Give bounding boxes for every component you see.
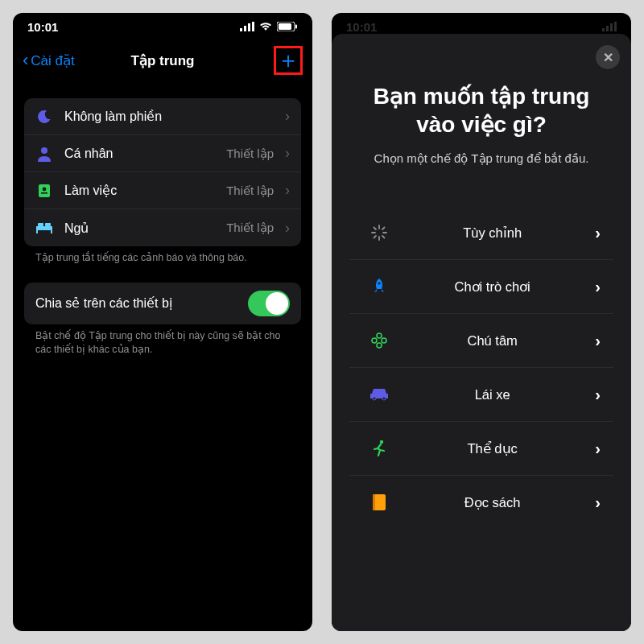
- phone-right-focus-picker: 10:01 ✕ Bạn muốn tập trung vào việc gì? …: [332, 13, 631, 631]
- car-icon: [369, 384, 390, 405]
- svg-line-25: [382, 236, 385, 238]
- svg-point-32: [382, 338, 386, 343]
- svg-rect-16: [602, 28, 605, 31]
- option-label: Lái xe: [422, 387, 563, 402]
- svg-rect-15: [45, 223, 51, 226]
- back-button[interactable]: ‹ Cài đặt: [23, 52, 75, 69]
- chevron-right-icon: ›: [285, 108, 290, 125]
- svg-rect-14: [38, 223, 43, 226]
- option-gaming[interactable]: Chơi trò chơi ›: [349, 260, 613, 314]
- row-label: Ngủ: [64, 221, 215, 236]
- moon-icon: [35, 108, 53, 126]
- svg-point-29: [377, 333, 382, 338]
- svg-rect-10: [41, 192, 47, 194]
- svg-rect-13: [51, 230, 52, 233]
- chevron-right-icon: ›: [285, 182, 290, 199]
- svg-line-27: [374, 236, 377, 238]
- row-label: Chia sẻ trên các thiết bị: [35, 295, 237, 311]
- chevron-right-icon: ›: [595, 440, 601, 458]
- row-detail: Thiết lập: [226, 147, 274, 161]
- chevron-right-icon: ›: [595, 386, 601, 404]
- focus-footnote: Tập trung tắt tiếng các cảnh báo và thôn…: [24, 246, 301, 265]
- close-button[interactable]: ✕: [596, 45, 620, 69]
- option-fitness[interactable]: Thể dục ›: [349, 422, 613, 476]
- option-mindfulness[interactable]: Chú tâm ›: [349, 314, 613, 368]
- svg-rect-6: [295, 25, 297, 29]
- option-custom[interactable]: Tùy chỉnh ›: [349, 206, 613, 260]
- share-toggle-on[interactable]: [248, 291, 290, 316]
- statusbar: 10:01: [13, 13, 312, 40]
- share-group: Chia sẻ trên các thiết bị: [24, 283, 301, 324]
- share-footnote: Bật chế độ Tập trung cho thiết bị này cũ…: [24, 324, 301, 357]
- chevron-right-icon: ›: [595, 278, 601, 296]
- option-label: Tùy chỉnh: [422, 225, 563, 241]
- svg-point-9: [43, 187, 47, 191]
- chevron-right-icon: ›: [595, 332, 601, 350]
- status-time: 10:01: [346, 20, 377, 34]
- flower-icon: [369, 330, 390, 351]
- option-label: Đọc sách: [422, 495, 563, 510]
- svg-line-26: [382, 228, 385, 230]
- svg-rect-37: [373, 494, 375, 510]
- sparkle-icon: [369, 222, 390, 243]
- chevron-right-icon: ›: [285, 145, 290, 162]
- signal-icon: [602, 22, 617, 31]
- row-detail: Thiết lập: [226, 184, 274, 198]
- row-detail: Thiết lập: [226, 221, 274, 235]
- badge-icon: [35, 182, 53, 200]
- chevron-right-icon: ›: [595, 493, 601, 512]
- svg-rect-12: [36, 230, 38, 233]
- book-icon: [369, 492, 390, 513]
- person-icon: [35, 145, 53, 163]
- battery-icon: [277, 22, 298, 31]
- focus-row-work[interactable]: Làm việc Thiết lập ›: [24, 172, 301, 209]
- status-icons: [240, 22, 298, 31]
- focus-row-dnd[interactable]: Không làm phiền ›: [24, 98, 301, 135]
- sheet-heading: Bạn muốn tập trung vào việc gì?: [349, 82, 613, 138]
- svg-rect-5: [279, 23, 291, 30]
- option-reading[interactable]: Đọc sách ›: [349, 476, 613, 529]
- chevron-right-icon: ›: [285, 220, 290, 237]
- sheet-subtitle: Chọn một chế độ Tập trung để bắt đầu.: [349, 151, 613, 166]
- svg-rect-2: [248, 23, 250, 31]
- svg-point-33: [373, 397, 376, 400]
- status-time: 10:01: [27, 20, 58, 34]
- focus-options: Tùy chỉnh › Chơi trò chơi › Chú tâm ›: [349, 206, 613, 529]
- option-driving[interactable]: Lái xe ›: [349, 368, 613, 422]
- focus-picker-sheet: ✕ Bạn muốn tập trung vào việc gì? Chọn m…: [332, 34, 631, 631]
- signal-icon: [240, 22, 254, 31]
- add-button[interactable]: ＋: [277, 49, 299, 72]
- svg-point-30: [377, 343, 382, 348]
- row-label: Không làm phiền: [64, 109, 274, 124]
- row-label: Làm việc: [64, 183, 215, 198]
- back-label: Cài đặt: [31, 52, 74, 69]
- focus-list: Không làm phiền › Cá nhân Thiết lập › Là…: [24, 98, 301, 246]
- bed-icon: [35, 219, 53, 237]
- runner-icon: [369, 438, 390, 459]
- option-label: Chơi trò chơi: [422, 279, 563, 295]
- svg-point-34: [382, 397, 386, 400]
- focus-row-sleep[interactable]: Ngủ Thiết lập ›: [24, 209, 301, 246]
- add-focus-highlight: ＋: [274, 46, 303, 75]
- svg-rect-1: [244, 26, 246, 31]
- close-icon: ✕: [603, 50, 613, 65]
- svg-point-35: [380, 440, 383, 444]
- svg-line-24: [374, 228, 377, 230]
- svg-rect-19: [614, 22, 617, 31]
- svg-rect-17: [606, 26, 609, 31]
- chevron-left-icon: ‹: [23, 52, 28, 69]
- focus-row-personal[interactable]: Cá nhân Thiết lập ›: [24, 135, 301, 172]
- svg-point-28: [378, 282, 380, 284]
- navbar: ‹ Cài đặt Tập trung ＋: [13, 40, 312, 80]
- chevron-right-icon: ›: [595, 224, 601, 242]
- option-label: Thể dục: [422, 441, 563, 456]
- svg-rect-11: [36, 226, 52, 230]
- svg-rect-0: [240, 28, 242, 31]
- wifi-icon: [259, 22, 272, 31]
- rocket-icon: [369, 276, 390, 297]
- share-across-devices-row[interactable]: Chia sẻ trên các thiết bị: [24, 283, 301, 324]
- svg-rect-3: [252, 22, 254, 31]
- svg-point-7: [41, 147, 47, 154]
- row-label: Cá nhân: [64, 147, 215, 161]
- content-area: Không làm phiền › Cá nhân Thiết lập › Là…: [13, 80, 312, 357]
